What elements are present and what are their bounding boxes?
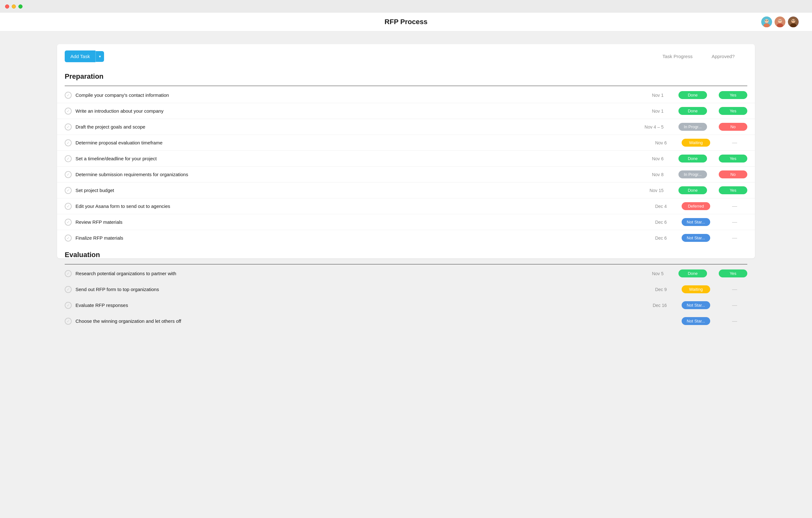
task-progress: Done — [677, 270, 708, 277]
task-checkbox[interactable]: ✓ — [65, 155, 72, 162]
avatars-group — [761, 16, 799, 28]
task-name: Send out RFP form to top organizations — [76, 287, 638, 292]
task-progress: In Progr... — [677, 170, 708, 179]
task-name: Review RFP materials — [76, 219, 638, 225]
task-row: ✓ Research potential organizations to pa… — [57, 266, 755, 281]
section-header-preparation: Preparation — [57, 67, 755, 83]
avatar-1[interactable] — [761, 16, 773, 28]
task-date: Nov 6 — [638, 156, 664, 161]
svg-point-6 — [778, 19, 782, 23]
svg-point-9 — [780, 20, 781, 21]
svg-point-13 — [792, 20, 793, 21]
svg-point-7 — [777, 23, 783, 28]
svg-point-11 — [791, 19, 795, 23]
toolbar: Add Task ▾ Task Progress Approved? — [57, 44, 755, 67]
section-preparation: Preparation ✓ Compile your company's con… — [57, 67, 755, 246]
task-checkbox[interactable]: ✓ — [65, 235, 72, 242]
avatar-2[interactable] — [774, 16, 786, 28]
task-name: Determine submission requirements for or… — [76, 172, 634, 177]
task-date: Dec 9 — [641, 287, 667, 292]
task-row: ✓ Edit your Asana form to send out to ag… — [57, 198, 755, 214]
section-evaluation: Evaluation ✓ Research potential organiza… — [57, 246, 755, 251]
task-name: Draft the project goals and scope — [76, 124, 634, 130]
maximize-button[interactable] — [19, 4, 23, 8]
task-progress: Deferred — [680, 202, 712, 210]
task-approved: — — [722, 287, 747, 292]
task-row: ✓ Send out RFP form to top organizations… — [57, 281, 755, 297]
task-approved: — — [722, 203, 747, 209]
minimize-button[interactable] — [12, 4, 16, 8]
svg-point-8 — [779, 20, 780, 21]
task-progress: Done — [677, 107, 708, 115]
main-header: RFP Process — [0, 13, 812, 31]
task-name: Set a timeline/deadline for your project — [76, 156, 634, 161]
toolbar-right: Task Progress Approved? — [662, 54, 747, 59]
content-area: Add Task ▾ Task Progress Approved? Prepa… — [0, 31, 812, 271]
task-approved: Yes — [719, 107, 747, 115]
task-row: ✓ Draft the project goals and scope Nov … — [57, 119, 755, 135]
add-task-dropdown-button[interactable]: ▾ — [95, 51, 104, 62]
task-approved: — — [722, 302, 747, 308]
task-progress: Done — [677, 91, 708, 99]
add-task-button[interactable]: Add Task — [65, 51, 95, 62]
task-name: Compile your company's contact informati… — [76, 92, 634, 98]
task-row: ✓ Review RFP materials Dec 6 Not Star...… — [57, 214, 755, 230]
task-checkbox[interactable]: ✓ — [65, 286, 72, 293]
task-progress: Waiting — [680, 139, 712, 147]
task-name: Finalize RFP materials — [76, 235, 638, 241]
task-checkbox[interactable]: ✓ — [65, 203, 72, 210]
approved-column-header: Approved? — [712, 54, 734, 59]
task-row: ✓ Finalize RFP materials Dec 6 Not Star.… — [57, 230, 755, 246]
task-approved: — — [722, 318, 747, 324]
task-checkbox[interactable]: ✓ — [65, 92, 72, 99]
task-approved: — — [722, 140, 747, 146]
close-button[interactable] — [5, 4, 9, 8]
task-row: ✓ Set project budget Nov 15 Done Yes — [57, 183, 755, 198]
section-header-evaluation: Evaluation — [57, 246, 755, 262]
task-name: Write an introduction about your company — [76, 108, 634, 114]
task-progress: Done — [677, 155, 708, 163]
task-checkbox[interactable]: ✓ — [65, 187, 72, 194]
task-progress: Done — [677, 186, 708, 194]
task-date: Dec 6 — [641, 236, 667, 241]
task-date: Nov 1 — [638, 93, 664, 98]
task-row: ✓ Compile your company's contact informa… — [57, 87, 755, 103]
task-name: Evaluate RFP responses — [76, 302, 638, 308]
task-row: ✓ Determine submission requirements for … — [57, 167, 755, 183]
task-checkbox[interactable]: ✓ — [65, 302, 72, 309]
avatar-3[interactable] — [787, 16, 799, 28]
task-checkbox[interactable]: ✓ — [65, 270, 72, 277]
task-progress: In Progr... — [677, 123, 708, 131]
task-approved: No — [719, 123, 747, 131]
task-name: Edit your Asana form to send out to agen… — [76, 203, 638, 209]
svg-point-12 — [790, 23, 796, 28]
task-row: ✓ Write an introduction about your compa… — [57, 103, 755, 119]
task-approved: — — [722, 219, 747, 225]
task-checkbox[interactable]: ✓ — [65, 139, 72, 146]
task-date: Nov 8 — [638, 172, 664, 177]
task-name: Research potential organizations to part… — [76, 271, 634, 276]
svg-point-3 — [765, 20, 766, 21]
task-progress: Not Star... — [680, 301, 712, 309]
task-checkbox[interactable]: ✓ — [65, 108, 72, 115]
task-name: Set project budget — [76, 188, 634, 193]
task-approved: Yes — [719, 270, 747, 277]
task-progress-column-header: Task Progress — [662, 54, 692, 59]
task-checkbox[interactable]: ✓ — [65, 318, 72, 325]
toolbar-left: Add Task ▾ — [65, 51, 104, 62]
task-checkbox[interactable]: ✓ — [65, 171, 72, 178]
task-row: ✓ Evaluate RFP responses Dec 16 Not Star… — [57, 297, 755, 313]
task-row: ✓ Choose the winning organization and le… — [57, 313, 755, 329]
svg-point-14 — [793, 20, 794, 21]
section-title-evaluation: Evaluation — [65, 251, 747, 259]
task-date: Dec 6 — [641, 220, 667, 225]
task-date: Nov 1 — [638, 109, 664, 114]
task-row: ✓ Set a timeline/deadline for your proje… — [57, 151, 755, 167]
task-date: Nov 5 — [638, 271, 664, 276]
task-progress: Not Star... — [680, 218, 712, 226]
task-checkbox[interactable]: ✓ — [65, 124, 72, 131]
task-date: Dec 16 — [641, 303, 667, 308]
svg-point-4 — [767, 20, 768, 21]
section-title-preparation: Preparation — [65, 72, 747, 81]
task-checkbox[interactable]: ✓ — [65, 219, 72, 226]
